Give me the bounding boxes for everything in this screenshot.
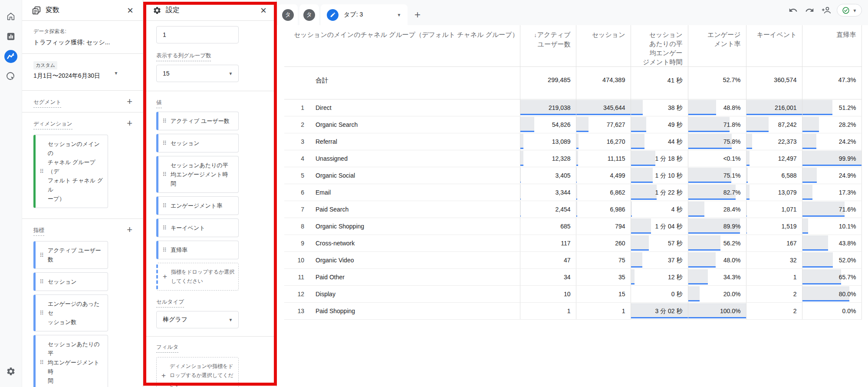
metric-column-header[interactable]: キーイベント bbox=[746, 25, 802, 67]
metric-value: 12,497 bbox=[778, 155, 797, 162]
totals-value: 360,574 bbox=[746, 67, 802, 99]
status-check-icon bbox=[842, 7, 850, 14]
dimension-chip[interactable]: セッションのメインの チャネル グループ（デ フォルト チャネル グル ープ） bbox=[33, 135, 108, 208]
value-chip[interactable]: セッション bbox=[156, 134, 239, 152]
table-row: 5Organic Social3,4054,4991 分 10 秒75.1%6,… bbox=[284, 167, 861, 184]
add-tab-button[interactable] bbox=[414, 9, 421, 21]
metric-chip[interactable]: セッションあたりの平 均エンゲージメント時 間 bbox=[33, 335, 108, 387]
value-chip[interactable]: 直帰率 bbox=[156, 241, 239, 259]
metric-column-header[interactable]: セッション bbox=[576, 25, 631, 67]
active-tab[interactable]: タブ: 3 bbox=[321, 4, 408, 25]
metric-value-cell: 49 秒 bbox=[631, 116, 688, 133]
filter-dropzone[interactable]: ディメンションや指標をド ロップするか選択してくだ さい bbox=[156, 357, 239, 387]
cell-bar bbox=[688, 269, 708, 283]
channel-cell: 1Direct bbox=[284, 99, 520, 116]
value-chip[interactable]: キーイベント bbox=[156, 218, 239, 237]
add-metric-button[interactable] bbox=[127, 224, 132, 235]
cell-bar bbox=[802, 235, 829, 249]
values-dropzone[interactable]: 指標をドロップするか選択 してください bbox=[156, 263, 239, 291]
column-groups-dropdown[interactable]: 15 bbox=[156, 65, 239, 82]
metric-chip-list: アクティブ ユーザー数セッションエンゲージのあったセ ッション数セッションあたり… bbox=[33, 241, 132, 387]
cell-bar-underline bbox=[688, 114, 717, 115]
drag-handle-icon bbox=[38, 310, 45, 316]
cell-bar bbox=[746, 185, 750, 198]
value-chip[interactable]: エンゲージメント率 bbox=[156, 196, 239, 215]
channel-cell: 5Organic Social bbox=[284, 167, 520, 184]
dimension-column-header[interactable]: セッションのメインのチャネル グループ（デフォルト チャネル グループ） bbox=[284, 25, 520, 67]
add-dimension-button[interactable] bbox=[127, 118, 132, 129]
cell-bar bbox=[688, 100, 717, 114]
metric-value: 54,826 bbox=[552, 121, 571, 128]
metric-value: <0.1% bbox=[723, 155, 740, 162]
totals-row: 合計299,485474,38941 秒52.7%360,57447.3% bbox=[284, 67, 861, 99]
cell-bar bbox=[576, 134, 579, 148]
table-row: 4Unassigned12,32811,1151 分 18 秒<0.1%12,4… bbox=[284, 150, 861, 167]
metric-value: 1 bbox=[622, 308, 625, 314]
value-chip[interactable]: セッションあたりの平 均エンゲージメント時 間 bbox=[156, 156, 239, 193]
metric-value: 51.2% bbox=[839, 104, 856, 111]
metric-value: 117 bbox=[561, 240, 570, 247]
variables-close-icon[interactable] bbox=[127, 5, 133, 16]
share-user-add-button[interactable] bbox=[820, 5, 832, 16]
table-header-row: セッションのメインのチャネル グループ（デフォルト チャネル グループ） ↓アク… bbox=[284, 25, 861, 67]
metric-column-header[interactable]: エンゲージ メント率 bbox=[688, 25, 746, 67]
metric-value: 345,644 bbox=[603, 104, 625, 111]
values-label: 値 bbox=[156, 99, 162, 108]
active-tab-label: タブ: 3 bbox=[344, 11, 363, 19]
metric-chip[interactable]: アクティブ ユーザー数 bbox=[33, 241, 108, 269]
row-limit-input[interactable]: 1 bbox=[156, 26, 239, 43]
cell-type-caret-icon bbox=[228, 317, 233, 322]
value-chip[interactable]: アクティブ ユーザー数 bbox=[156, 112, 239, 130]
cell-bar bbox=[688, 235, 721, 249]
cell-bar bbox=[576, 151, 578, 165]
reports-nav-button[interactable] bbox=[2, 28, 20, 45]
add-segment-button[interactable] bbox=[127, 96, 132, 107]
cell-bar bbox=[576, 185, 577, 198]
metric-chip[interactable]: セッション bbox=[33, 272, 108, 291]
chip-label: エンゲージメント率 bbox=[171, 201, 222, 210]
collapsed-tab-2[interactable]: タ bbox=[299, 4, 319, 25]
exploration-name-value[interactable]: トラフィック獲得: セッシ... bbox=[33, 39, 132, 46]
cell-type-dropdown[interactable]: 棒グラフ bbox=[156, 311, 239, 328]
metrics-label: 指標 bbox=[33, 227, 44, 236]
cell-bar-underline bbox=[631, 198, 657, 200]
home-nav-button[interactable] bbox=[2, 8, 20, 25]
home-icon bbox=[6, 12, 16, 21]
metric-value: 17.3% bbox=[839, 189, 856, 196]
exploration-status-button[interactable] bbox=[837, 4, 862, 17]
metric-column-header[interactable]: セッション あたりの平 均エンゲー ジメント時間 bbox=[631, 25, 688, 67]
drag-handle-icon bbox=[161, 247, 168, 253]
cell-bar-underline bbox=[802, 266, 833, 268]
cell-bar bbox=[802, 134, 817, 148]
metric-value-cell: 6,588 bbox=[746, 167, 802, 184]
cell-bar bbox=[631, 117, 646, 131]
metric-value: 0 秒 bbox=[671, 291, 683, 298]
redo-button[interactable] bbox=[804, 5, 815, 16]
undo-button[interactable] bbox=[787, 5, 799, 16]
metric-column-header[interactable]: ↓アクティブ ユーザー数 bbox=[520, 25, 576, 67]
metric-value: 2,454 bbox=[555, 206, 570, 213]
explore-nav-button[interactable] bbox=[2, 48, 20, 65]
channel-cell: 10Organic Video bbox=[284, 252, 520, 269]
metric-value-cell: 87,242 bbox=[746, 116, 802, 133]
metric-value-cell: 1,071 bbox=[746, 201, 802, 218]
cell-bar bbox=[631, 218, 651, 232]
metric-value: 260 bbox=[615, 240, 625, 247]
cell-bar-underline bbox=[746, 165, 750, 166]
metric-column-header[interactable]: 直帰率 bbox=[802, 25, 861, 67]
metric-value: 1 分 22 秒 bbox=[655, 189, 682, 196]
metric-value-cell: 47 bbox=[520, 252, 576, 269]
cell-bar bbox=[576, 202, 578, 215]
metric-value: 65.7% bbox=[839, 274, 856, 281]
cell-bar-underline bbox=[576, 148, 579, 149]
metric-value: 28.2% bbox=[839, 121, 856, 128]
settings-close-icon[interactable] bbox=[260, 5, 266, 16]
metric-chip[interactable]: エンゲージのあったセ ッション数 bbox=[33, 294, 108, 331]
cell-bar bbox=[746, 117, 769, 131]
date-range-section[interactable]: カスタム 1月1日〜2024年6月30日 bbox=[22, 54, 143, 91]
cell-bar-underline bbox=[688, 198, 736, 200]
collapsed-tab-1[interactable]: タ bbox=[278, 4, 298, 25]
advertising-nav-button[interactable] bbox=[2, 68, 20, 85]
admin-settings-nav-button[interactable] bbox=[2, 363, 20, 380]
metric-value: 80.0% bbox=[839, 291, 856, 298]
